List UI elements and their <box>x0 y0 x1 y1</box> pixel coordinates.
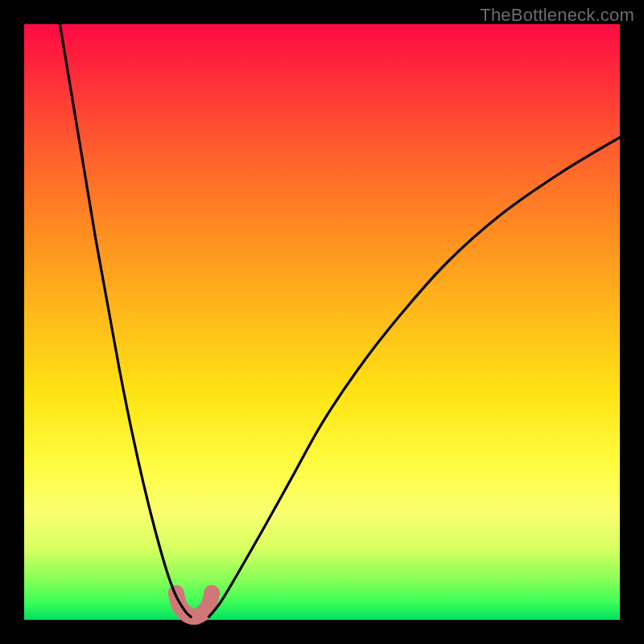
left-curve <box>60 24 191 617</box>
chart-frame: TheBottleneck.com <box>0 0 644 644</box>
curves-layer <box>0 0 644 644</box>
right-curve <box>208 138 620 617</box>
attribution-label: TheBottleneck.com <box>480 5 634 26</box>
curve-group <box>60 24 620 617</box>
